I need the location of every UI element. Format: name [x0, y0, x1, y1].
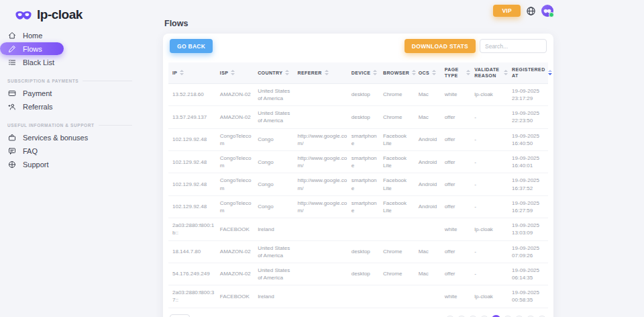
sidebar-item-payment[interactable]: Payment [0, 87, 138, 99]
sidebar-item-services-bonuses[interactable]: Services & bonuses [0, 131, 138, 144]
column-header-ip[interactable]: IP [168, 62, 218, 83]
chat-icon [7, 146, 17, 156]
sort-icon[interactable] [412, 70, 416, 75]
cell-country: United States of America [256, 240, 295, 263]
sort-icon[interactable] [231, 70, 235, 75]
table-row: 18.144.7.80AMAZON-02United States of Ame… [168, 240, 548, 263]
column-label: VALIDATE REASON [474, 66, 501, 79]
sidebar-item-support[interactable]: Support [0, 158, 138, 171]
sort-icon[interactable] [432, 70, 436, 75]
cell-validate_reason: - [472, 263, 510, 285]
cell-page_type: white [443, 83, 473, 105]
cell-ip: 13.57.249.137 [168, 106, 218, 128]
column-header-device[interactable]: DEVICE [350, 62, 381, 83]
card-footer: 10 «‹910111213›» [163, 308, 553, 317]
column-header-registered_at[interactable]: REGISTERED AT [510, 62, 548, 83]
sort-icon[interactable] [325, 70, 329, 75]
cell-ocs: Android [417, 151, 443, 173]
cell-browser: Facebook Lite [381, 151, 417, 173]
column-header-country[interactable]: COUNTRY [256, 62, 295, 83]
sort-icon[interactable] [180, 70, 184, 75]
cell-ocs: Mac [417, 106, 443, 128]
cell-ocs: Mac [417, 263, 443, 285]
cell-ocs: Android [417, 195, 443, 218]
cell-ocs [417, 285, 443, 308]
brand-logo[interactable]: lp-cloak [0, 0, 138, 22]
sidebar-item-referrals[interactable]: Referrals [0, 100, 138, 113]
cell-referer [296, 263, 350, 285]
divider [83, 81, 132, 81]
cell-registered_at: 19-09-202516:37:52 [510, 173, 548, 195]
sort-icon[interactable] [285, 70, 289, 75]
column-header-ocs[interactable]: OCS [417, 62, 443, 83]
online-status-dot [549, 12, 554, 17]
column-label: DEVICE [352, 70, 370, 76]
column-header-isp[interactable]: ISP [218, 62, 256, 83]
globe-icon[interactable] [526, 6, 536, 16]
page-size-select[interactable]: 10 [170, 314, 190, 317]
cell-validate_reason: lp-cloak [472, 218, 510, 240]
go-back-button[interactable]: GO BACK [170, 39, 213, 53]
cell-country: Congo [256, 173, 295, 195]
cell-ocs [417, 218, 443, 240]
sort-icon[interactable] [373, 70, 377, 75]
column-header-page_type[interactable]: PAGE TYPE [443, 62, 473, 83]
sidebar-item-faq[interactable]: FAQ [0, 144, 138, 157]
cell-registered_at: 19-09-202522:23:50 [510, 106, 548, 128]
flows-pen-icon [7, 44, 17, 54]
column-header-referer[interactable]: REFERER [296, 62, 350, 83]
cell-isp: AMAZON-02 [218, 83, 256, 105]
cell-browser: Facebook Lite [381, 195, 417, 218]
sort-icon[interactable] [548, 70, 552, 75]
credit-card-icon [7, 89, 17, 98]
cell-isp: FACEBOOK [218, 218, 256, 240]
column-label: COUNTRY [258, 70, 282, 76]
cell-referer [296, 106, 350, 128]
cell-isp: CongoTelecom [218, 128, 256, 150]
cell-device: smartphone [350, 173, 381, 195]
cell-page_type: white [443, 218, 473, 240]
referrals-person-icon [7, 102, 17, 111]
cell-ip: 18.144.7.80 [168, 240, 218, 263]
search-input[interactable] [480, 39, 547, 53]
cell-referer: http://www.google.com/ [296, 195, 350, 218]
cell-isp: AMAZON-02 [218, 106, 256, 128]
cell-device: desktop [350, 106, 381, 128]
cell-country: United States of America [256, 106, 295, 128]
column-label: REGISTERED AT [512, 66, 545, 79]
divider [99, 125, 132, 126]
column-label: REFERER [298, 70, 322, 76]
cell-referer [296, 83, 350, 105]
column-header-validate_reason[interactable]: VALIDATE REASON [472, 62, 510, 83]
cell-page_type: offer [443, 106, 473, 128]
sidebar-item-flows[interactable]: Flows [0, 42, 64, 55]
cell-referer: http://www.google.com/ [296, 128, 350, 150]
column-label: BROWSER [383, 70, 409, 76]
sidebar-item-label: Support [23, 161, 49, 169]
cell-isp: FACEBOOK [218, 285, 256, 308]
cell-registered_at: 19-09-202516:27:59 [510, 195, 548, 218]
sidebar-item-label: Services & bonuses [23, 134, 88, 142]
sort-icon[interactable] [466, 70, 470, 75]
topbar-right: VIP [493, 5, 553, 17]
table-row: 13.52.218.60AMAZON-02United States of Am… [168, 83, 548, 105]
cell-device: smartphone [350, 195, 381, 218]
download-stats-button[interactable]: DOWNLOAD STATS [405, 39, 476, 53]
cell-isp: CongoTelecom [218, 151, 256, 173]
cell-validate_reason: - [472, 151, 510, 173]
cell-isp: AMAZON-02 [218, 240, 256, 263]
sidebar-item-home[interactable]: Home [0, 29, 138, 42]
sidebar-item-black-list[interactable]: Black List [0, 56, 138, 69]
column-label: OCS [419, 70, 429, 76]
column-label: IP [172, 70, 177, 76]
cell-browser [381, 218, 417, 240]
vip-button[interactable]: VIP [493, 5, 521, 17]
column-header-browser[interactable]: BROWSER [381, 62, 417, 83]
cell-validate_reason: lp-cloak [472, 285, 510, 308]
sort-icon[interactable] [504, 70, 508, 75]
cell-isp: CongoTelecom [218, 173, 256, 195]
cell-registered_at: 19-09-202516:40:50 [510, 128, 548, 150]
cell-country: Congo [256, 151, 295, 173]
cell-ip: 13.52.218.60 [168, 83, 218, 105]
user-avatar[interactable] [541, 5, 553, 17]
